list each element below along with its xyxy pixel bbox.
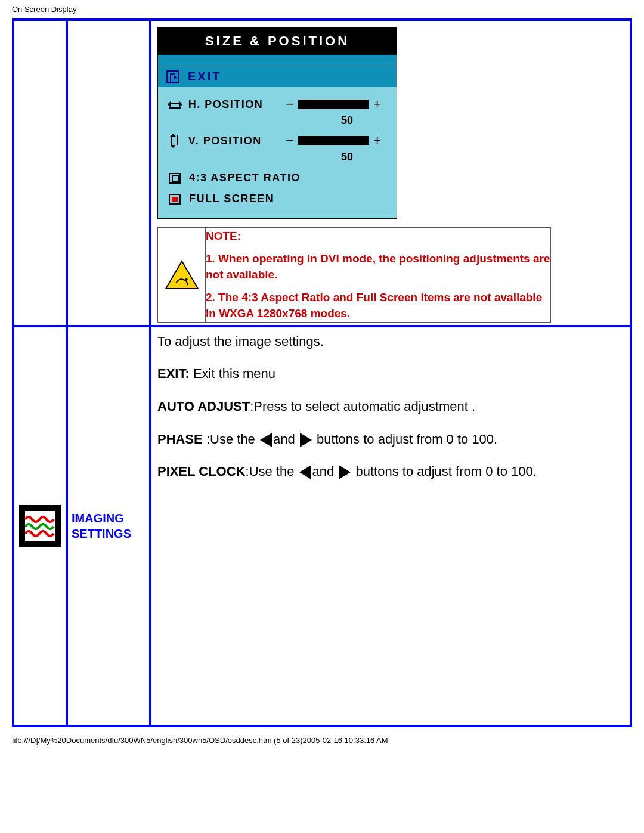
right-arrow-icon — [339, 465, 351, 479]
row1-label-cell — [67, 20, 150, 326]
auto-adjust-bold: AUTO ADJUST — [157, 399, 250, 414]
page-footer: file:///D|/My%20Documents/dfu/300WN5/eng… — [0, 727, 644, 751]
pixel-clock-bold: PIXEL CLOCK — [157, 464, 246, 479]
phase-post: buttons to adjust from 0 to 100. — [313, 432, 497, 447]
full-screen-icon — [169, 194, 181, 205]
imaging-settings-content: To adjust the image settings. EXIT: Exit… — [157, 333, 627, 723]
note-heading: NOTE: — [206, 228, 550, 244]
v-position-row[interactable]: V. POSITION − + — [168, 133, 385, 148]
exit-line: EXIT: Exit this menu — [157, 366, 627, 383]
slider-bar[interactable] — [298, 136, 369, 145]
pixel-clock-line: PIXEL CLOCK:Use the and buttons to adjus… — [157, 463, 627, 481]
row2-label-cell: IMAGING SETTINGS — [67, 326, 150, 726]
osd-exit-row[interactable]: EXIT — [158, 66, 397, 87]
row2-icon-cell — [13, 326, 67, 726]
note-box: NOTE: 1. When operating in DVI mode, the… — [157, 227, 551, 323]
aspect-ratio-icon — [169, 173, 181, 184]
note-line2: 2. The 4:3 Aspect Ratio and Full Screen … — [206, 289, 550, 322]
exit-text: Exit this menu — [190, 366, 275, 381]
aspect-ratio-label: 4:3 ASPECT RATIO — [189, 172, 301, 184]
plus-icon[interactable]: + — [370, 133, 385, 148]
h-position-label: H. POSITION — [188, 98, 282, 111]
osd-title: SIZE & POSITION — [158, 27, 397, 55]
phase-pre: :Use the — [206, 432, 259, 447]
auto-adjust-text: :Press to select automatic adjustment . — [250, 399, 475, 414]
row1-content-cell: SIZE & POSITION EXIT H. POSITION − + — [150, 20, 631, 326]
layout-table: SIZE & POSITION EXIT H. POSITION − + — [12, 18, 632, 727]
osd-exit-label: EXIT — [188, 70, 221, 83]
minus-icon[interactable]: − — [282, 133, 297, 148]
auto-adjust-line: AUTO ADJUST:Press to select automatic ad… — [157, 398, 627, 416]
page-header: On Screen Display — [0, 0, 644, 18]
pixel-mid: and — [312, 464, 338, 479]
row2-content-cell: To adjust the image settings. EXIT: Exit… — [150, 326, 631, 726]
h-position-slider[interactable]: − + — [282, 97, 385, 112]
h-position-value: 50 — [309, 114, 385, 127]
aspect-ratio-row[interactable]: 4:3 ASPECT RATIO — [168, 172, 385, 184]
imaging-settings-label: IMAGING SETTINGS — [72, 510, 149, 541]
pixel-post: buttons to adjust from 0 to 100. — [352, 464, 536, 479]
osd-body: H. POSITION − + 50 V. POSITION − — [158, 87, 397, 218]
osd-panel: SIZE & POSITION EXIT H. POSITION − + — [157, 27, 397, 219]
imaging-settings-icon — [19, 505, 61, 547]
exit-icon — [166, 70, 179, 83]
intro-text: To adjust the image settings. — [157, 333, 627, 351]
note-text: NOTE: 1. When operating in DVI mode, the… — [206, 228, 551, 323]
left-arrow-icon — [299, 465, 311, 479]
right-arrow-icon — [300, 433, 312, 447]
exit-bold: EXIT: — [157, 366, 190, 381]
svg-marker-0 — [166, 261, 198, 289]
svg-point-1 — [185, 278, 187, 281]
plus-icon[interactable]: + — [370, 97, 385, 112]
warning-icon — [165, 260, 199, 290]
note-line1: 1. When operating in DVI mode, the posit… — [206, 250, 550, 283]
v-position-label: V. POSITION — [188, 135, 282, 147]
h-position-icon — [168, 98, 182, 110]
h-position-row[interactable]: H. POSITION − + — [168, 97, 385, 112]
osd-separator — [158, 55, 397, 66]
full-screen-row[interactable]: FULL SCREEN — [168, 193, 385, 205]
v-position-value: 50 — [309, 151, 385, 163]
phase-line: PHASE :Use the and buttons to adjust fro… — [157, 431, 627, 448]
note-icon-cell — [158, 228, 206, 323]
row1-icon-cell — [13, 20, 67, 326]
left-arrow-icon — [260, 433, 272, 447]
slider-bar[interactable] — [298, 100, 369, 109]
full-screen-label: FULL SCREEN — [189, 193, 274, 205]
pixel-pre: :Use the — [246, 464, 298, 479]
v-position-icon — [168, 135, 182, 147]
v-position-slider[interactable]: − + — [282, 133, 385, 148]
phase-bold: PHASE — [157, 432, 206, 447]
minus-icon[interactable]: − — [282, 97, 297, 112]
phase-mid: and — [273, 432, 299, 447]
